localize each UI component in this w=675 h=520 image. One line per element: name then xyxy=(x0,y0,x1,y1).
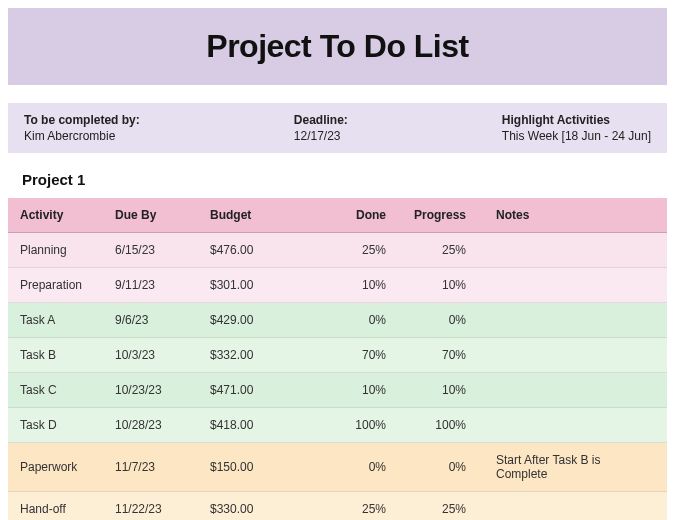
completed-by-value: Kim Abercrombie xyxy=(24,129,140,143)
cell-budget: $301.00 xyxy=(198,268,318,303)
project-title: Project 1 xyxy=(22,171,667,188)
table-row: Hand-off11/22/23$330.0025%25% xyxy=(8,492,667,521)
cell-activity: Preparation xyxy=(8,268,103,303)
cell-progress: 25% xyxy=(398,233,478,268)
cell-due: 9/11/23 xyxy=(103,268,198,303)
cell-activity: Planning xyxy=(8,233,103,268)
col-activity: Activity xyxy=(8,198,103,233)
activity-table: Activity Due By Budget Done Progress Not… xyxy=(8,198,667,520)
cell-activity: Hand-off xyxy=(8,492,103,521)
cell-budget: $471.00 xyxy=(198,373,318,408)
cell-due: 10/23/23 xyxy=(103,373,198,408)
table-row: Task C10/23/23$471.0010%10% xyxy=(8,373,667,408)
table-row: Preparation9/11/23$301.0010%10% xyxy=(8,268,667,303)
col-progress: Progress xyxy=(398,198,478,233)
table-row: Planning6/15/23$476.0025%25% xyxy=(8,233,667,268)
highlight-label: Highlight Activities xyxy=(502,113,651,127)
cell-budget: $150.00 xyxy=(198,443,318,492)
cell-progress: 10% xyxy=(398,373,478,408)
cell-notes xyxy=(478,408,667,443)
cell-budget: $332.00 xyxy=(198,338,318,373)
col-budget: Budget xyxy=(198,198,318,233)
info-completed-by: To be completed by: Kim Abercrombie xyxy=(24,113,140,143)
table-row: Task D10/28/23$418.00100%100% xyxy=(8,408,667,443)
cell-due: 11/7/23 xyxy=(103,443,198,492)
table-header-row: Activity Due By Budget Done Progress Not… xyxy=(8,198,667,233)
page-title: Project To Do List xyxy=(8,28,667,65)
info-deadline: Deadline: 12/17/23 xyxy=(294,113,348,143)
cell-budget: $418.00 xyxy=(198,408,318,443)
info-highlight: Highlight Activities This Week [18 Jun -… xyxy=(502,113,651,143)
cell-done: 100% xyxy=(318,408,398,443)
deadline-value: 12/17/23 xyxy=(294,129,348,143)
cell-notes xyxy=(478,373,667,408)
cell-budget: $476.00 xyxy=(198,233,318,268)
cell-progress: 100% xyxy=(398,408,478,443)
cell-due: 10/3/23 xyxy=(103,338,198,373)
cell-due: 6/15/23 xyxy=(103,233,198,268)
cell-done: 25% xyxy=(318,492,398,521)
cell-activity: Task A xyxy=(8,303,103,338)
cell-budget: $330.00 xyxy=(198,492,318,521)
cell-due: 9/6/23 xyxy=(103,303,198,338)
col-notes: Notes xyxy=(478,198,667,233)
cell-done: 10% xyxy=(318,268,398,303)
info-bar: To be completed by: Kim Abercrombie Dead… xyxy=(8,103,667,153)
cell-notes xyxy=(478,338,667,373)
deadline-label: Deadline: xyxy=(294,113,348,127)
cell-activity: Paperwork xyxy=(8,443,103,492)
highlight-value: This Week [18 Jun - 24 Jun] xyxy=(502,129,651,143)
table-row: Task B10/3/23$332.0070%70% xyxy=(8,338,667,373)
cell-notes xyxy=(478,268,667,303)
cell-done: 25% xyxy=(318,233,398,268)
cell-notes xyxy=(478,492,667,521)
cell-done: 0% xyxy=(318,303,398,338)
cell-progress: 25% xyxy=(398,492,478,521)
cell-budget: $429.00 xyxy=(198,303,318,338)
cell-notes: Start After Task B is Complete xyxy=(478,443,667,492)
cell-due: 11/22/23 xyxy=(103,492,198,521)
cell-notes xyxy=(478,303,667,338)
cell-activity: Task D xyxy=(8,408,103,443)
table-row: Paperwork11/7/23$150.000%0%Start After T… xyxy=(8,443,667,492)
col-due: Due By xyxy=(103,198,198,233)
cell-done: 70% xyxy=(318,338,398,373)
cell-progress: 0% xyxy=(398,443,478,492)
cell-activity: Task B xyxy=(8,338,103,373)
completed-by-label: To be completed by: xyxy=(24,113,140,127)
cell-activity: Task C xyxy=(8,373,103,408)
cell-progress: 70% xyxy=(398,338,478,373)
cell-done: 0% xyxy=(318,443,398,492)
col-done: Done xyxy=(318,198,398,233)
cell-progress: 0% xyxy=(398,303,478,338)
title-bar: Project To Do List xyxy=(8,8,667,85)
cell-due: 10/28/23 xyxy=(103,408,198,443)
cell-notes xyxy=(478,233,667,268)
cell-done: 10% xyxy=(318,373,398,408)
cell-progress: 10% xyxy=(398,268,478,303)
table-row: Task A9/6/23$429.000%0% xyxy=(8,303,667,338)
